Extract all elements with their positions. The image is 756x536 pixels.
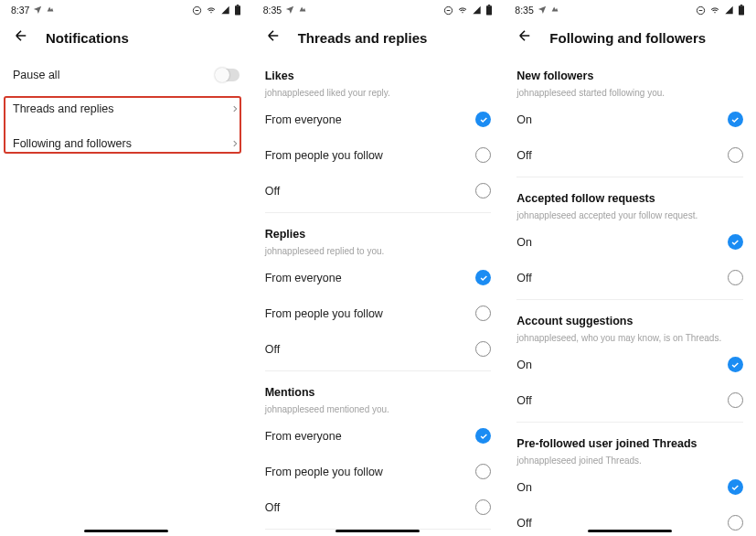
chevron-right-icon xyxy=(230,139,240,148)
svg-rect-6 xyxy=(488,5,490,5)
radio-option-row[interactable]: Off xyxy=(516,137,743,173)
back-arrow-icon[interactable] xyxy=(516,27,533,48)
wifi-icon xyxy=(709,5,720,15)
status-extra-icon xyxy=(298,5,307,16)
section-title: Pre-followed user joined Threads xyxy=(516,426,743,452)
nav-item-label: Threads and replies xyxy=(13,102,230,115)
option-label: Off xyxy=(516,394,728,407)
radio-unselected-icon[interactable] xyxy=(475,464,491,479)
section-hint: johnappleseed accepted your follow reque… xyxy=(516,207,743,224)
radio-unselected-icon[interactable] xyxy=(475,147,491,163)
content: New followersjohnappleseed started follo… xyxy=(504,59,756,536)
option-label: From people you follow xyxy=(265,307,476,320)
radio-unselected-icon[interactable] xyxy=(475,341,491,357)
section-hint: johnappleseed joined Threads. xyxy=(516,452,743,469)
radio-selected-icon[interactable] xyxy=(728,112,743,127)
radio-selected-icon[interactable] xyxy=(728,234,743,250)
section-hint: johnappleseed, who you may know, is on T… xyxy=(516,329,743,347)
radio-unselected-icon[interactable] xyxy=(728,392,743,408)
radio-option-row[interactable]: From people you follow xyxy=(265,295,492,331)
nav-item-threads-replies[interactable]: Threads and replies xyxy=(13,91,240,126)
option-label: From everyone xyxy=(265,113,476,126)
nav-indicator xyxy=(588,530,672,532)
back-arrow-icon[interactable] xyxy=(265,27,282,48)
option-label: On xyxy=(516,481,728,494)
nav-item-following-followers[interactable]: Following and followers xyxy=(13,126,240,161)
radio-unselected-icon[interactable] xyxy=(728,147,743,163)
pause-all-row[interactable]: Pause all xyxy=(13,59,240,91)
divider xyxy=(265,212,492,213)
back-arrow-icon[interactable] xyxy=(13,27,29,48)
status-plane-icon xyxy=(33,5,42,16)
nav-item-label: Following and followers xyxy=(13,137,230,150)
svg-rect-3 xyxy=(235,5,240,15)
radio-option-row[interactable]: From everyone xyxy=(265,418,492,454)
section-hint: johnappleseed replied to you. xyxy=(265,242,492,260)
option-label: Off xyxy=(265,501,476,514)
phone-screen-notifications: 8:37 Notifications xyxy=(0,0,252,536)
dnd-icon xyxy=(443,5,453,16)
radio-option-row[interactable]: From everyone xyxy=(265,260,492,295)
signal-icon xyxy=(472,5,482,15)
option-label: Off xyxy=(265,185,476,198)
option-label: Off xyxy=(516,272,728,284)
svg-rect-2 xyxy=(236,5,238,5)
radio-selected-icon[interactable] xyxy=(475,428,491,444)
radio-option-row[interactable]: On xyxy=(516,102,743,137)
content: Pause all Threads and replies Following … xyxy=(0,59,252,536)
status-bar: 8:35 xyxy=(504,0,756,18)
clock: 8:37 xyxy=(11,5,29,16)
option-label: On xyxy=(516,113,728,126)
svg-rect-11 xyxy=(739,5,744,15)
divider xyxy=(516,422,743,423)
page-title: Following and followers xyxy=(549,30,706,46)
radio-unselected-icon[interactable] xyxy=(475,306,491,321)
radio-unselected-icon[interactable] xyxy=(728,270,743,285)
radio-option-row[interactable]: Off xyxy=(265,331,492,367)
section-title: Replies xyxy=(265,217,492,242)
section-title: Mentions xyxy=(265,375,492,401)
status-extra-icon xyxy=(46,5,55,16)
svg-rect-7 xyxy=(486,5,492,15)
divider xyxy=(516,177,743,177)
radio-selected-icon[interactable] xyxy=(728,357,743,372)
section-title: Account suggestions xyxy=(516,304,743,329)
option-label: Off xyxy=(516,149,728,162)
option-label: On xyxy=(516,359,728,371)
option-label: Off xyxy=(516,517,728,530)
radio-selected-icon[interactable] xyxy=(475,270,491,285)
radio-unselected-icon[interactable] xyxy=(728,515,743,531)
radio-selected-icon[interactable] xyxy=(728,479,743,495)
toggle-switch[interactable] xyxy=(216,69,240,81)
radio-unselected-icon[interactable] xyxy=(475,499,491,515)
section-hint: johnappleseed started following you. xyxy=(516,84,743,102)
option-label: On xyxy=(516,236,728,249)
radio-option-row[interactable]: From people you follow xyxy=(265,137,492,173)
header: Notifications xyxy=(0,18,252,59)
header: Following and followers xyxy=(504,18,756,59)
option-label: From people you follow xyxy=(265,149,476,162)
radio-option-row[interactable]: On xyxy=(516,224,743,260)
content: Likesjohnappleseed liked your reply.From… xyxy=(252,59,505,536)
radio-option-row[interactable]: From everyone xyxy=(265,102,492,137)
radio-option-row[interactable]: Off xyxy=(265,173,492,209)
dnd-icon xyxy=(696,5,706,16)
page-title: Threads and replies xyxy=(298,30,428,46)
wifi-icon xyxy=(206,5,217,15)
battery-icon xyxy=(234,5,241,16)
radio-option-row[interactable]: Off xyxy=(516,382,743,418)
option-label: Off xyxy=(265,343,476,356)
radio-option-row[interactable]: Off xyxy=(265,489,492,525)
page-title: Notifications xyxy=(46,30,129,46)
divider xyxy=(516,299,743,300)
radio-unselected-icon[interactable] xyxy=(475,183,491,198)
radio-option-row[interactable]: Off xyxy=(516,260,743,295)
svg-rect-10 xyxy=(740,5,742,5)
section-title: Accepted follow requests xyxy=(516,181,743,207)
chevron-right-icon xyxy=(230,104,240,113)
radio-option-row[interactable]: On xyxy=(516,347,743,382)
nav-indicator xyxy=(335,530,420,532)
radio-selected-icon[interactable] xyxy=(475,112,491,127)
radio-option-row[interactable]: On xyxy=(516,469,743,505)
radio-option-row[interactable]: From people you follow xyxy=(265,454,492,489)
